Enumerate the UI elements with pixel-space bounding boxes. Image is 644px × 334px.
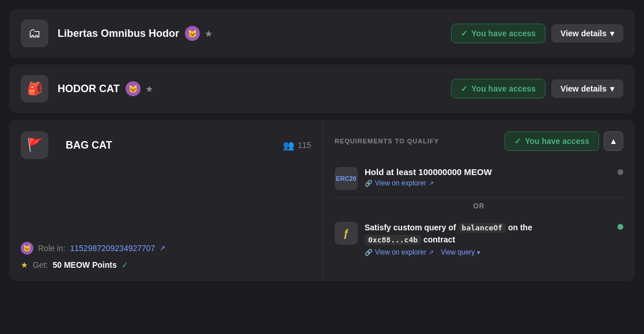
libertas-access-badge: ✓ You have access — [451, 24, 545, 43]
chevron-down-icon-2: ▾ — [610, 84, 614, 93]
bagcat-title: BAG CAT — [66, 139, 112, 151]
access-right: ✓ You have access ▲ — [505, 131, 623, 151]
role-in-row: 🐱 Role in: 1152987209234927707 ↗ — [21, 242, 311, 255]
req1-external-icon: ↗ — [429, 180, 434, 187]
hodorcat-access-badge: ✓ You have access — [451, 79, 545, 98]
hodorcat-card: 🎒 HODOR CAT 🐱 ★ ✓ You have access View d… — [9, 64, 635, 113]
collapse-button[interactable]: ▲ — [604, 131, 623, 151]
role-icon: 🐱 — [21, 242, 33, 255]
req2-title-mid: on the — [508, 223, 532, 232]
req2-title-inline: Satisfy custom query of balanceOf on the… — [365, 222, 611, 246]
req1-icon: ERC20 — [335, 167, 358, 190]
libertas-access-label: You have access — [471, 29, 536, 38]
req2-title-pre: Satisfy custom query of — [365, 223, 456, 232]
hodorcat-access-label: You have access — [471, 84, 536, 93]
bagcat-icon: 🚩 — [21, 131, 48, 159]
bagcat-top: 🚩 BAG CAT 👥 115 — [21, 131, 311, 159]
bagcat-access-label: You have access — [525, 136, 589, 146]
role-in-label: Role in: — [38, 244, 65, 253]
role-id-link[interactable]: 1152987209234927707 — [70, 244, 155, 253]
requirement-item-2: ƒ Satisfy custom query of balanceOf on t… — [335, 215, 623, 263]
libertas-title: Libertas Omnibus Hodor — [58, 28, 179, 40]
bagcat-card-expanded: 🚩 BAG CAT 👥 115 🐱 Role in: 1152987209234… — [9, 120, 635, 281]
bagcat-right-panel: REQUIREMENTS TO QUALIFY ✓ You have acces… — [323, 120, 635, 281]
hodorcat-view-details-button[interactable]: View details ▾ — [551, 79, 623, 98]
req1-content: Hold at least 100000000 MEOW 🔗 View on e… — [365, 167, 611, 187]
chevron-down-icon: ▾ — [610, 29, 614, 38]
libertas-card: 🗂 Libertas Omnibus Hodor 🐱 ★ ✓ You have … — [9, 9, 635, 58]
req2-external-icon: ↗ — [429, 249, 434, 256]
bagcat-access-badge: ✓ You have access — [505, 131, 599, 151]
req2-status-dot — [618, 224, 623, 230]
req1-status-dot — [618, 169, 623, 175]
get-reward: 50 MEOW Points — [52, 260, 116, 270]
req2-query-link-item: View query ▾ — [441, 248, 480, 256]
star-icon-get: ★ — [21, 260, 28, 270]
check-green-icon: ✓ — [122, 260, 128, 270]
hodorcat-card-right: ✓ You have access View details ▾ — [451, 79, 623, 98]
req1-view-explorer-link[interactable]: View on explorer — [375, 179, 426, 187]
req2-title-post: contract — [423, 235, 455, 244]
req1-icon-label: ERC20 — [336, 175, 356, 182]
members-icon: 👥 — [283, 140, 294, 151]
chevron-up-icon: ▲ — [609, 136, 618, 146]
external-link-icon: ↗ — [160, 244, 165, 252]
req1-link-icon: 🔗 — [365, 180, 373, 187]
bagcat-left-panel: 🚩 BAG CAT 👥 115 🐱 Role in: 1152987209234… — [9, 120, 323, 281]
hodorcat-icon: 🎒 — [21, 75, 48, 103]
libertas-view-details-button[interactable]: View details ▾ — [551, 24, 623, 43]
req2-code-tag: balanceOf — [459, 223, 506, 233]
req2-contract-tag: 0xc88...c4b — [365, 235, 421, 245]
check-icon: ✓ — [461, 29, 468, 38]
card-left-hodorcat: 🎒 HODOR CAT 🐱 ★ — [21, 75, 451, 103]
req2-view-query-link[interactable]: View query — [441, 248, 475, 256]
check-icon-3: ✓ — [514, 136, 521, 146]
req2-link-icon: 🔗 — [365, 249, 373, 256]
hodorcat-star: ★ — [145, 84, 153, 94]
bagcat-members: 👥 115 — [283, 140, 311, 151]
get-points-row: ★ Get: 50 MEOW Points ✓ — [21, 260, 311, 270]
hodorcat-title: HODOR CAT — [58, 83, 120, 95]
requirement-item-1: ERC20 Hold at least 100000000 MEOW 🔗 Vie… — [335, 160, 623, 198]
or-divider: OR — [335, 198, 623, 215]
members-count-label: 115 — [298, 141, 311, 150]
check-icon-2: ✓ — [461, 84, 468, 93]
get-label: Get: — [33, 260, 48, 270]
req2-query-chevron: ▾ — [477, 249, 480, 256]
req2-explorer-link-item: 🔗 View on explorer ↗ — [365, 248, 434, 256]
libertas-badges: 🐱 ★ — [185, 26, 213, 41]
libertas-star: ★ — [204, 28, 213, 39]
req1-title: Hold at least 100000000 MEOW — [365, 167, 611, 177]
libertas-view-details-label: View details — [560, 29, 607, 38]
req2-icon: ƒ — [335, 222, 358, 245]
card-left-libertas: 🗂 Libertas Omnibus Hodor 🐱 ★ — [21, 20, 451, 47]
req2-view-explorer-link[interactable]: View on explorer — [375, 248, 426, 256]
req1-link-row: 🔗 View on explorer ↗ — [365, 179, 611, 187]
hodorcat-view-details-label: View details — [560, 84, 607, 93]
requirements-label: REQUIREMENTS TO QUALIFY — [335, 138, 439, 145]
requirements-header: REQUIREMENTS TO QUALIFY ✓ You have acces… — [335, 131, 623, 151]
req2-links-row: 🔗 View on explorer ↗ View query ▾ — [365, 248, 611, 256]
libertas-icon: 🗂 — [21, 20, 48, 47]
libertas-badge-img: 🐱 — [185, 26, 200, 41]
libertas-card-right: ✓ You have access View details ▾ — [451, 24, 623, 43]
hodorcat-badge-img: 🐱 — [126, 81, 141, 96]
req2-content: Satisfy custom query of balanceOf on the… — [365, 222, 611, 256]
bagcat-bottom: 🐱 Role in: 1152987209234927707 ↗ ★ Get: … — [21, 230, 311, 270]
hodorcat-badges: 🐱 ★ — [126, 81, 153, 96]
